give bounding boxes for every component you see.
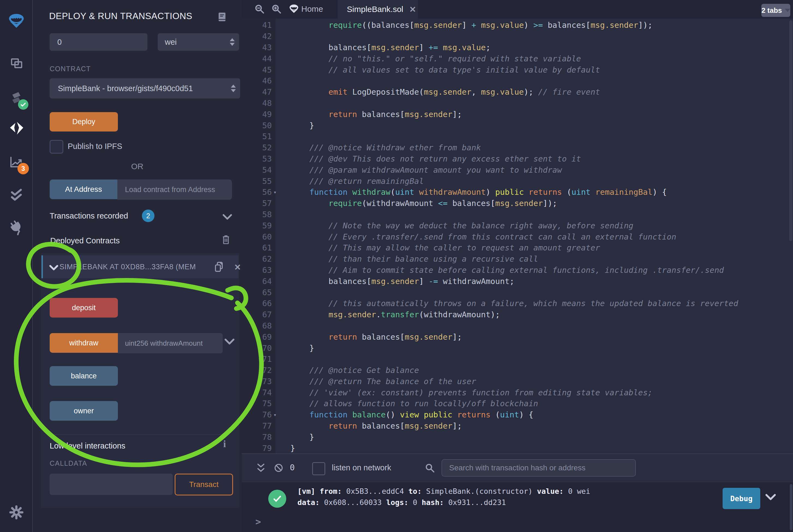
- transactions-chevron-icon[interactable]: [222, 213, 232, 221]
- code-line-71: 71: [242, 354, 793, 365]
- deploy-run-icon[interactable]: [8, 119, 25, 137]
- pending-transactions-count: 0: [290, 463, 295, 472]
- settings-gear-icon[interactable]: [8, 504, 25, 521]
- unit-select[interactable]: wei: [158, 33, 239, 51]
- code-line-72: 72 /// @notice Get balance: [242, 365, 793, 376]
- code-line-67: 67 msg.sender.transfer(withdrawAmount);: [242, 309, 793, 320]
- select-arrows-icon: [231, 84, 236, 92]
- code-line-68: 68: [242, 320, 793, 331]
- deploy-button[interactable]: Deploy: [50, 112, 118, 132]
- transactions-recorded-label: Transactions recorded: [50, 211, 128, 221]
- deploy-run-panel: DEPLOY & RUN TRANSACTIONS wei CONTRACT S…: [33, 0, 242, 532]
- instance-expand-chevron-icon[interactable]: [49, 265, 58, 271]
- code-line-69: 69 return balances[msg.sender];: [242, 331, 793, 342]
- code-line-63: 63 // Aim to commit state before calling…: [242, 265, 793, 276]
- code-line-79: 79}: [242, 442, 793, 453]
- editor-scrollbar[interactable]: [789, 20, 792, 241]
- code-line-44: 44 // no "this." or "self." required wit…: [242, 53, 793, 64]
- or-label: OR: [33, 162, 242, 171]
- code-line-62: 62 // than their balance using a recursi…: [242, 253, 793, 265]
- terminal-expand-icon[interactable]: [255, 462, 267, 474]
- publish-ipfs-label: Publish to IPFS: [68, 142, 122, 151]
- code-line-54: 54 /// @param withdrawAmount amount you …: [242, 164, 793, 175]
- code-line-45: 45 // all values set to data type's init…: [242, 64, 793, 75]
- transact-button[interactable]: Transact: [175, 474, 233, 495]
- at-address-button[interactable]: At Address: [50, 179, 117, 199]
- analytics-icon[interactable]: 3: [8, 154, 25, 171]
- transaction-log[interactable]: [vm] from: 0x5B3...eddC4 to: SimpleBank.…: [298, 486, 590, 508]
- withdraw-amount-input[interactable]: [118, 333, 223, 353]
- code-line-42: 42: [242, 31, 793, 42]
- remix-logo: [8, 13, 25, 30]
- function-deposit-button[interactable]: deposit: [50, 298, 118, 318]
- code-line-53: 53 /// @dev This does not return any exc…: [242, 153, 793, 165]
- tab-simplebank[interactable]: SimpleBank.sol ✕: [338, 0, 418, 19]
- instance-close-icon[interactable]: ✕: [234, 263, 241, 272]
- contract-selected: SimpleBank - browser/gists/f490c0d51: [58, 84, 193, 93]
- code-line-57: 57 require(withdrawAmount <= balances[ms…: [242, 198, 793, 209]
- code-line-74: 74 // 'view' (ex: constant) prevents fun…: [242, 387, 793, 398]
- withdraw-expand-chevron-icon[interactable]: [224, 338, 235, 345]
- solidity-compiler-icon[interactable]: [8, 90, 25, 107]
- tab-label: SimpleBank.sol: [347, 5, 403, 14]
- trash-icon[interactable]: [221, 233, 231, 247]
- code-line-76: 76▾ function balance() view public retur…: [242, 409, 793, 420]
- terminal-search-input[interactable]: [441, 459, 636, 477]
- code-line-41: 41 require((balances[msg.sender] + msg.v…: [242, 20, 793, 31]
- instance-accent-bar: [41, 255, 43, 278]
- code-line-70: 70 }: [242, 342, 793, 354]
- panel-title: DEPLOY & RUN TRANSACTIONS: [49, 11, 192, 21]
- terminal: 0 listen on network [vm] from: 0x5B3...e…: [242, 453, 793, 532]
- code-line-64: 64 balances[msg.sender] -= withdrawAmoun…: [242, 276, 793, 287]
- contract-instance-header[interactable]: SIMPLEBANK AT 0XD8B...33FA8 (MEMO ✕: [41, 255, 239, 278]
- code-line-66: 66 // this automatically throws on a fai…: [242, 298, 793, 309]
- tabs-count-label: 2 tabs: [761, 6, 782, 15]
- code-line-55: 55 /// @return remainingBal: [242, 175, 793, 187]
- compile-success-badge: [18, 99, 29, 110]
- code-line-61: 61 // This may allow the caller to reque…: [242, 242, 793, 253]
- contract-label: CONTRACT: [50, 65, 91, 73]
- log-line: data: 0x608...60033 logs: 0 hash: 0x931.…: [298, 497, 590, 508]
- publish-ipfs-checkbox[interactable]: [50, 140, 63, 154]
- clear-console-icon[interactable]: [272, 462, 285, 474]
- select-arrows-icon: [230, 38, 235, 46]
- contract-select[interactable]: SimpleBank - browser/gists/f490c0d51: [50, 78, 240, 98]
- listen-on-network-checkbox[interactable]: [312, 462, 325, 475]
- instance-title: SIMPLEBANK AT 0XD8B...33FA8 (MEMO: [59, 263, 196, 271]
- function-owner-button[interactable]: owner: [50, 401, 118, 421]
- divider: [50, 434, 226, 435]
- zoom-out-icon[interactable]: [253, 3, 266, 16]
- transactions-count-badge: 2: [142, 210, 154, 222]
- value-input[interactable]: [50, 33, 147, 51]
- code-editor[interactable]: 41 require((balances[msg.sender] + msg.v…: [242, 19, 793, 453]
- code-line-50: 50 }: [242, 120, 793, 131]
- terminal-scrollbar[interactable]: [790, 484, 792, 530]
- code-line-51: 51: [242, 131, 793, 142]
- code-line-47: 47 emit LogDepositMade(msg.sender, msg.v…: [242, 87, 793, 98]
- log-expand-chevron-icon[interactable]: [765, 493, 776, 501]
- tab-close-icon[interactable]: ✕: [409, 5, 416, 14]
- zoom-in-icon[interactable]: [270, 3, 283, 16]
- debug-button[interactable]: Debug: [723, 488, 760, 509]
- calldata-input[interactable]: [50, 474, 173, 495]
- code-line-46: 46: [242, 75, 793, 87]
- file-explorer-icon[interactable]: [8, 55, 25, 72]
- tab-home[interactable]: Home: [301, 4, 323, 14]
- code-line-60: 60 // Every .transfer/.send from this co…: [242, 231, 793, 242]
- testing-icon[interactable]: [8, 186, 25, 203]
- unit-value: wei: [165, 38, 177, 47]
- at-address-input[interactable]: [117, 179, 232, 200]
- plugin-manager-icon[interactable]: [8, 218, 25, 236]
- terminal-prompt[interactable]: >: [256, 516, 261, 527]
- function-balance-button[interactable]: balance: [50, 366, 118, 386]
- activity-bar: 3: [0, 0, 33, 532]
- info-icon[interactable]: i: [223, 438, 226, 450]
- transaction-success-icon: [268, 490, 286, 508]
- listen-on-network-label: listen on network: [332, 463, 391, 472]
- copy-address-icon[interactable]: [213, 260, 225, 274]
- code-line-48: 48: [242, 98, 793, 109]
- function-withdraw-button[interactable]: withdraw: [50, 333, 118, 353]
- tabs-count-dropdown[interactable]: 2 tabs: [761, 4, 790, 17]
- log-line: [vm] from: 0x5B3...eddC4 to: SimpleBank.…: [298, 486, 590, 497]
- documentation-book-icon[interactable]: [216, 11, 228, 24]
